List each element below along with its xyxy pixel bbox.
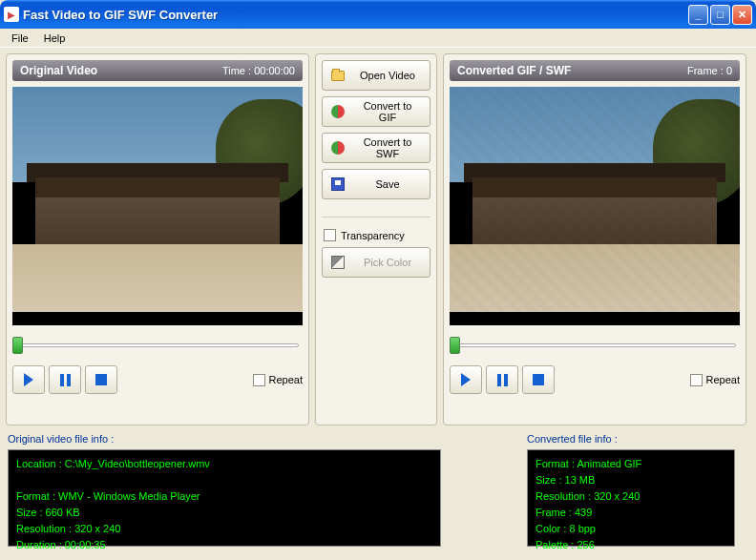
original-repeat-checkbox[interactable] bbox=[253, 374, 265, 386]
titlebar: ▶ Fast Video to GIF SWF Converter _ □ ✕ bbox=[0, 0, 756, 29]
menu-file[interactable]: File bbox=[4, 31, 36, 46]
save-button[interactable]: Save bbox=[322, 169, 430, 199]
transparency-row: Transparency bbox=[322, 229, 430, 241]
app-icon: ▶ bbox=[4, 7, 19, 22]
maximize-button[interactable]: □ bbox=[710, 5, 730, 25]
converted-title: Converted GIF / SWF bbox=[457, 64, 571, 77]
actions-panel: Open Video Convert to GIF Convert to SWF… bbox=[315, 53, 437, 425]
original-seek-slider[interactable] bbox=[12, 335, 303, 356]
stop-icon bbox=[95, 374, 107, 385]
converted-panel: Converted GIF / SWF Frame : 0 Repeat bbox=[443, 53, 746, 425]
converted-play-button[interactable] bbox=[450, 365, 482, 394]
converted-info-box: Format : Animated GIF Size : 13 MB Resol… bbox=[527, 449, 735, 547]
pause-icon bbox=[497, 374, 508, 386]
original-info-box: Location : C:\My_Video\bottleopener.wmv … bbox=[8, 449, 441, 547]
original-video-panel: Original Video Time : 00:00:00 Repeat bbox=[6, 53, 309, 425]
converted-repeat-checkbox[interactable] bbox=[690, 374, 703, 386]
convert-to-gif-button[interactable]: Convert to GIF bbox=[322, 96, 430, 127]
play-icon bbox=[461, 373, 471, 386]
frame-label: Frame : 0 bbox=[687, 65, 732, 76]
converted-info-label: Converted file info : bbox=[527, 433, 735, 445]
minimize-button[interactable]: _ bbox=[688, 5, 708, 25]
transparency-checkbox[interactable] bbox=[324, 229, 336, 241]
window-controls: _ □ ✕ bbox=[688, 5, 752, 25]
original-header: Original Video Time : 00:00:00 bbox=[12, 60, 303, 81]
pause-icon bbox=[60, 374, 71, 386]
original-play-button[interactable] bbox=[12, 365, 45, 394]
convert-to-swf-button[interactable]: Convert to SWF bbox=[322, 133, 430, 163]
original-info-label: Original video file info : bbox=[8, 433, 441, 445]
converted-stop-button[interactable] bbox=[522, 365, 555, 394]
main-content: Original Video Time : 00:00:00 Repeat Op… bbox=[0, 48, 756, 431]
original-repeat-label: Repeat bbox=[269, 374, 303, 385]
close-button[interactable]: ✕ bbox=[732, 5, 752, 25]
transparency-label: Transparency bbox=[341, 230, 405, 241]
original-repeat: Repeat bbox=[253, 374, 303, 386]
converted-repeat-label: Repeat bbox=[706, 374, 740, 385]
converted-repeat: Repeat bbox=[690, 374, 740, 386]
convert-gif-icon bbox=[330, 104, 346, 119]
converted-seek-slider[interactable] bbox=[450, 335, 740, 356]
window-title: Fast Video to GIF SWF Converter bbox=[23, 8, 688, 22]
save-icon bbox=[330, 176, 346, 192]
folder-open-icon bbox=[330, 68, 346, 83]
pick-color-button[interactable]: Pick Color bbox=[322, 247, 430, 278]
converted-preview bbox=[450, 87, 740, 325]
convert-swf-icon bbox=[330, 140, 346, 156]
converted-pause-button[interactable] bbox=[486, 365, 518, 394]
menu-help[interactable]: Help bbox=[36, 31, 74, 46]
original-video-preview bbox=[12, 87, 303, 325]
divider bbox=[322, 217, 430, 218]
color-picker-icon bbox=[330, 255, 346, 270]
play-icon bbox=[24, 373, 33, 386]
original-pause-button[interactable] bbox=[49, 365, 81, 394]
info-section: Original video file info : Converted fil… bbox=[0, 431, 756, 554]
converted-controls: Repeat bbox=[450, 365, 740, 394]
original-controls: Repeat bbox=[12, 365, 303, 394]
time-label: Time : 00:00:00 bbox=[222, 65, 295, 76]
open-video-button[interactable]: Open Video bbox=[322, 60, 430, 91]
converted-header: Converted GIF / SWF Frame : 0 bbox=[450, 60, 740, 81]
original-stop-button[interactable] bbox=[85, 365, 117, 394]
stop-icon bbox=[533, 374, 544, 385]
menubar: File Help bbox=[0, 29, 756, 48]
original-title: Original Video bbox=[20, 64, 97, 77]
